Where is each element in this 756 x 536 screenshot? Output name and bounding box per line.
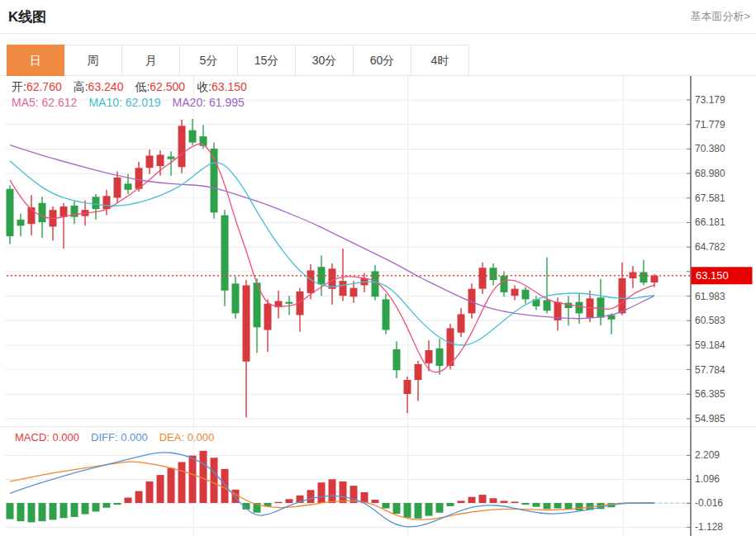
macd-axis-label: 2.209 [695, 449, 720, 461]
ma-item: MA20: 61.995 [173, 96, 245, 109]
macd-bar [533, 503, 540, 507]
macd-bar [372, 500, 379, 503]
candle-body [501, 276, 508, 292]
candle-body [264, 304, 272, 330]
y-axis-label: 54.985 [695, 413, 725, 425]
candle-body [426, 350, 433, 363]
y-axis-label: 70.380 [695, 143, 725, 154]
candle-body [619, 278, 626, 313]
macd-bar [211, 458, 218, 503]
macd-bar [383, 503, 390, 509]
macd-bar [125, 497, 132, 503]
tab-week[interactable]: 周 [64, 45, 122, 76]
macd-bar [146, 481, 154, 503]
period-tabs: 日周月5分15分30分60分4时 [7, 45, 469, 76]
macd-bar [136, 491, 143, 503]
macd-bar [103, 503, 111, 508]
candle-body [436, 349, 444, 366]
macd-bar [426, 503, 433, 516]
candle-body [103, 196, 111, 209]
candle-body [114, 178, 121, 197]
macd-bar [82, 503, 89, 515]
ohlc-item: 开:62.760 [12, 80, 62, 93]
candle-body [447, 328, 454, 366]
macd-bar [189, 456, 197, 503]
tab-5min[interactable]: 5分 [180, 45, 238, 76]
y-axis-label: 56.385 [695, 388, 725, 400]
ohlc-item: 收:63.150 [197, 80, 247, 93]
y-axis-label: 61.983 [695, 291, 725, 302]
candle-body [404, 380, 411, 394]
candle-body [157, 154, 164, 166]
fundamental-analysis-link[interactable]: 基本面分析> [690, 9, 750, 24]
candle-body [39, 203, 46, 222]
macd-bar [511, 501, 519, 503]
y-axis-label: 59.184 [695, 339, 725, 351]
candle-body [458, 314, 465, 332]
macd-bar [28, 503, 36, 522]
kline-chart[interactable]: 73.17971.77970.38068.98067.58166.18164.7… [0, 76, 756, 536]
macd-legend: MACD: 0.000DIFF: 0.000DEA: 0.000 [15, 431, 226, 444]
page-header: K线图 基本面分析> [0, 0, 756, 34]
tab-60min[interactable]: 60分 [354, 45, 411, 76]
macd-axis-label: 1.096 [695, 473, 720, 485]
macd-bar [286, 499, 293, 503]
macd-item: MACD: 0.000 [15, 431, 79, 444]
y-axis-label: 57.784 [695, 364, 725, 376]
period-tabbar: 日周月5分15分30分60分4时 [0, 45, 756, 76]
macd-bar [178, 462, 186, 503]
candle-body [178, 126, 186, 167]
candle-body [221, 216, 229, 291]
candle-body [393, 349, 401, 370]
y-axis-label: 67.581 [695, 192, 725, 204]
macd-bar [39, 503, 46, 521]
macd-bar [501, 500, 508, 503]
macd-bar [458, 500, 465, 503]
candle-body [576, 302, 583, 314]
candle-body [17, 220, 25, 225]
macd-bar [340, 481, 347, 503]
ohlc-item: 低:62.500 [135, 80, 185, 93]
macd-bar [436, 503, 444, 513]
macd-bar [479, 495, 487, 503]
candle-body [189, 130, 197, 143]
candle-body [415, 364, 422, 380]
macd-bar [522, 503, 530, 505]
tab-15min[interactable]: 15分 [238, 45, 296, 76]
ohlc-item: 高:63.240 [74, 80, 124, 93]
candle-body [479, 268, 487, 288]
macd-axis-label: -1.128 [695, 521, 723, 533]
macd-bar [447, 503, 454, 506]
candle-body [383, 299, 390, 330]
macd-bar [50, 503, 57, 519]
current-price-tag-label: 63.150 [696, 269, 729, 282]
macd-bar [490, 498, 497, 503]
candle-body [146, 155, 154, 168]
candle-body [522, 290, 530, 300]
macd-bar [71, 503, 78, 517]
macd-bar [60, 503, 68, 518]
macd-bar [329, 479, 336, 503]
tab-month[interactable]: 月 [122, 45, 180, 76]
tab-30min[interactable]: 30分 [296, 45, 354, 76]
macd-bar [307, 490, 315, 503]
ma5-line [10, 144, 654, 372]
macd-bar [576, 503, 583, 510]
macd-bar [17, 503, 25, 521]
macd-bar [264, 503, 272, 506]
page-title: K线图 [8, 7, 46, 26]
ohlc-legend: 开:62.760高:63.240低:62.500收:63.150 [12, 80, 259, 95]
y-axis-label: 60.583 [695, 315, 725, 326]
macd-bar [554, 503, 562, 509]
candle-body [329, 268, 336, 288]
candle-body [60, 206, 68, 217]
tab-day[interactable]: 日 [7, 45, 64, 76]
macd-bar [275, 502, 283, 503]
macd-axis-label: -0.016 [695, 497, 723, 509]
candle-body [544, 300, 551, 311]
macd-bar [157, 475, 164, 503]
macd-bar [404, 503, 411, 518]
y-axis-label: 64.782 [695, 241, 725, 253]
candle-body [286, 302, 293, 304]
tab-4hour[interactable]: 4时 [411, 45, 469, 76]
